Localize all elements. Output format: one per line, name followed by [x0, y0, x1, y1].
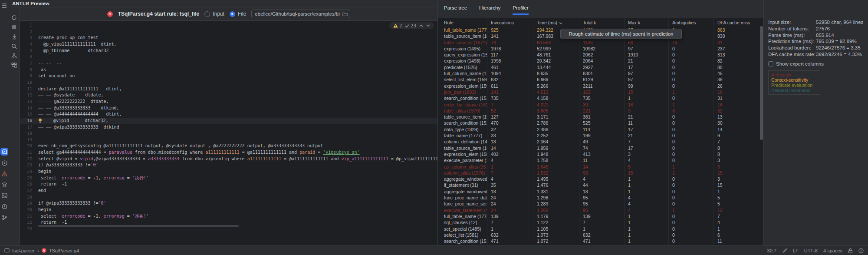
scroll-to-source-icon[interactable]	[10, 33, 19, 40]
code-line[interactable]: 16 —— @vipid dtchar32,	[20, 118, 437, 124]
code-line[interactable]: 24begin	[20, 169, 437, 175]
code-line[interactable]: 27end	[20, 188, 437, 194]
column-header-rule[interactable]: Rule	[441, 18, 487, 27]
run-icon[interactable]	[0, 159, 8, 167]
code-line[interactable]: 26 return -1	[20, 181, 437, 188]
code-line[interactable]: 8 as	[20, 67, 437, 73]
profiler-table-row[interactable]: func_proc_name_serv...241.28995405	[441, 201, 763, 207]
code-line[interactable]: 19	[20, 137, 437, 143]
structure-icon[interactable]	[10, 62, 19, 68]
encoding-widget[interactable]: UTF-8	[804, 248, 818, 253]
profiler-table-row[interactable]: set_special (1485)11.1051101	[441, 226, 763, 232]
profiler-table-row[interactable]: join_part (1603)1414.51316215116	[441, 89, 763, 95]
profiler-table-row[interactable]: expression (1495)197852.99910982970237	[441, 46, 763, 52]
layers-icon[interactable]	[0, 181, 8, 189]
file-path-value[interactable]: ebelice/Github/tsql-parser/examples/big.…	[255, 11, 340, 17]
code-line[interactable]: 5 @p_tblname dtchar32	[20, 48, 437, 54]
grammar-warning-icon[interactable]: A	[0, 170, 8, 178]
column-header-time-ms-[interactable]: Time (ms)	[533, 18, 579, 27]
column-header-total-k[interactable]: Total k	[579, 18, 625, 27]
column-header-dfa-cache-miss[interactable]: DFA cache miss	[714, 18, 763, 27]
indent-widget[interactable]: 4 spaces	[823, 248, 842, 253]
column-header-ambiguities[interactable]: Ambiguities	[669, 18, 714, 27]
profiler-table-row[interactable]: predicate (1525)46113.444292717080	[441, 64, 763, 70]
profiler-table-row[interactable]: query_expression (1527)11748.76120621910…	[441, 52, 763, 58]
line-ending-widget[interactable]: LF	[793, 248, 799, 253]
warnings-indicator[interactable]: 2	[393, 23, 402, 28]
profiler-table-row[interactable]: execute_parameter (1...41.75811403	[441, 157, 763, 163]
profiler-table-row[interactable]: execute_statement (4...241.202954112	[441, 207, 763, 213]
tab-parse-tree[interactable]: Parse tree	[444, 5, 467, 15]
tab-hierarchy[interactable]: Hierarchy	[479, 5, 500, 15]
radio-off-icon[interactable]	[204, 11, 210, 17]
profiler-table-row[interactable]: full_table_name (1773)1391.179139107	[441, 213, 763, 219]
code-editor[interactable]: 123create proc up_com_test4 @p_vipa11111…	[20, 21, 437, 245]
profiler-table-row[interactable]: data_type (1829)322.48811417014	[441, 126, 763, 132]
code-line[interactable]: 1	[20, 22, 437, 29]
profiler-table-row[interactable]: select_list_elem (1592)6326.669612997038	[441, 76, 763, 83]
code-line[interactable]: 33	[20, 226, 437, 232]
code-line[interactable]: 17—— —— @vipa333333333333 dtkind	[20, 124, 437, 131]
profiler-table-row[interactable]: func_proc_name_data...241.29895405	[441, 195, 763, 201]
radio-on-icon[interactable]	[230, 11, 235, 17]
profiler-table-row[interactable]: table_source_item (15...141.959741708	[441, 145, 763, 151]
tab-profiler[interactable]: Profiler	[513, 5, 528, 15]
code-line[interactable]: 18	[20, 130, 437, 137]
code-line[interactable]: 9set nocount on	[20, 73, 437, 79]
code-line[interactable]: 14—— —— @a333333333333 dtkind,	[20, 105, 437, 112]
file-radio[interactable]: File	[230, 11, 246, 17]
folder-icon[interactable]	[342, 12, 348, 17]
code-line[interactable]: 20exec nb_com_getsysconfig @a11111111111…	[20, 143, 437, 149]
file-radio-label[interactable]: File	[238, 11, 246, 17]
inspection-widget[interactable]: 2 23	[389, 22, 434, 29]
code-line[interactable]: 21select @a444444444444444 = paravalue f…	[20, 149, 437, 156]
code-line[interactable]: 12—— —— @sysdate dtdate,	[20, 92, 437, 99]
code-line[interactable]: 25 select errorcode = -1, errormsg = '执行…	[20, 175, 437, 182]
profiler-table-row[interactable]: search_condition (1519)7354.1587351031	[441, 95, 763, 101]
profiler-table-row[interactable]: expression_elem (1590)6115.266321199026	[441, 83, 763, 89]
checkbox-label[interactable]: Show expert columns	[776, 61, 824, 66]
code-line[interactable]: 28	[20, 194, 437, 201]
profiler-table-row[interactable]: if_statement (31)351.476441015	[441, 182, 763, 188]
weak-warnings-indicator[interactable]: 23	[405, 23, 416, 28]
file-path-field[interactable]: ebelice/Github/tsql-parser/examples/big.…	[251, 10, 350, 18]
profiler-table-row[interactable]: order_by_clause (1611)74.0213916116	[441, 102, 763, 108]
code-line[interactable]: 29if @vipa333333333333 !='0'	[20, 200, 437, 207]
profiler-table-row[interactable]: table_source_item (15...1273.17138121013	[441, 114, 763, 120]
checkbox-icon[interactable]	[768, 61, 773, 66]
profiler-table[interactable]: RuleInvocationsTime (ms)Total kMax kAmbi…	[441, 18, 763, 245]
column-header-invocations[interactable]: Invocations	[487, 18, 533, 27]
profiler-table-row[interactable]: search_condition (1516)4711.0724711011	[441, 238, 763, 244]
profiler-table-row[interactable]: search_condition (1517)4702.78652511030	[441, 120, 763, 126]
vertical-scrollbar[interactable]	[760, 26, 763, 140]
code-line[interactable]: 3create proc up_com_test	[20, 35, 437, 41]
refresh-icon[interactable]	[10, 14, 19, 20]
line-column-widget[interactable]: 30:7	[767, 248, 776, 253]
profiler-table-row[interactable]: select_list (1581)6321.073632106	[441, 232, 763, 238]
horizontal-scrollbar[interactable]	[38, 225, 239, 227]
show-expert-columns-checkbox[interactable]: Show expert columns	[768, 61, 865, 66]
profiler-table-row[interactable]: as_column_alias (15...11.64514516	[441, 164, 763, 170]
profiler-table-row[interactable]: aggregate_windowed...41.4954103	[441, 176, 763, 182]
version-control-icon[interactable]	[0, 213, 8, 221]
search-icon[interactable]	[10, 43, 19, 49]
code-line[interactable]: 7-- -- --	[20, 60, 437, 67]
next-problem-button[interactable]	[426, 24, 430, 27]
profiler-table-row[interactable]: aggregate_windowed...181.33118101	[441, 189, 763, 195]
code-line[interactable]: 31 select errorcode = -1, errormsg = '准备…	[20, 213, 437, 220]
profiler-table-row[interactable]: column_alias (1576)71.5329615115	[441, 170, 763, 176]
readonly-pencil-icon[interactable]	[782, 248, 787, 253]
code-line[interactable]: 22select @vipid = vipid,@vipa33333333333…	[20, 156, 437, 162]
terminal-icon[interactable]	[0, 192, 8, 199]
profiler-table-row[interactable]: table_alias (1570)523.6052219852	[441, 108, 763, 114]
menu-icon[interactable]	[0, 2, 8, 10]
current-file-name[interactable]: TSqlParser.g4	[49, 248, 79, 253]
input-radio-label[interactable]: Input	[213, 11, 224, 17]
code-line[interactable]: 15—— —— @a444444444444444 dtint,	[20, 111, 437, 118]
code-line[interactable]: 2	[20, 29, 437, 35]
code-line[interactable]: 23if @a333333333333 !='0'	[20, 162, 437, 169]
code-line[interactable]: 6	[20, 54, 437, 60]
profiler-table-row[interactable]: expression_elem (1589)4021.948413308	[441, 151, 763, 157]
problems-icon[interactable]	[0, 202, 8, 210]
profiler-table-row[interactable]: expression (1498)199820.342206421082	[441, 58, 763, 64]
